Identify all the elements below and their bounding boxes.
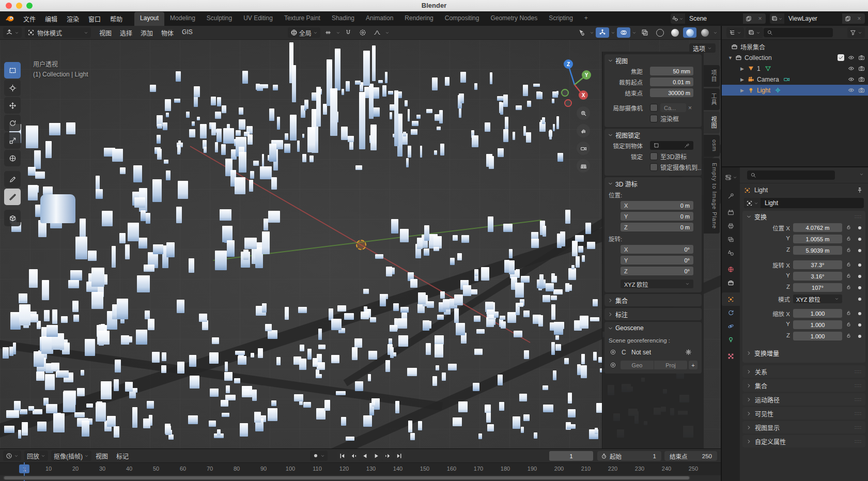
collapsed-panel-header[interactable]: 集合: [605, 295, 702, 305]
scene-name-field[interactable]: Scene: [685, 13, 743, 24]
workspace-tab-compositing[interactable]: Compositing: [439, 12, 485, 26]
cursor-tool-button[interactable]: [4, 80, 21, 96]
collapse-arrow-icon[interactable]: ▶: [740, 77, 748, 82]
transform-value-field[interactable]: 107°: [793, 283, 842, 292]
cursor-panel-header[interactable]: 3D 游标: [605, 178, 702, 189]
transform-value-field[interactable]: 1.000: [793, 320, 842, 329]
gizmo-y-axis[interactable]: Y: [582, 70, 591, 80]
n-panel-tab-项目[interactable]: 项目: [704, 65, 720, 87]
play-button[interactable]: [371, 451, 382, 460]
shading-solid-button[interactable]: [668, 27, 681, 38]
timeline-menu-plain-1[interactable]: 标记: [112, 450, 133, 462]
animate-dot[interactable]: [858, 226, 861, 229]
collapsed-panel-header[interactable]: 标注: [605, 309, 702, 319]
transform-value-field[interactable]: 3.16°: [793, 272, 842, 281]
viewlayer-dropdown[interactable]: [770, 13, 784, 24]
properties-tab-viewlayer[interactable]: [722, 232, 740, 246]
workspace-tab-uv-editing[interactable]: UV Editing: [238, 12, 278, 26]
properties-tab-render[interactable]: [722, 206, 740, 219]
outliner-row-场景集合[interactable]: 场景集合: [722, 41, 868, 52]
scale-tool-button[interactable]: [4, 132, 21, 149]
animate-dot[interactable]: [858, 263, 861, 267]
topbar-menu-3[interactable]: 窗口: [84, 12, 105, 25]
transform-tool-button[interactable]: [4, 150, 21, 166]
add-crs-button[interactable]: +: [689, 361, 698, 369]
outliner-row-1[interactable]: ▶1: [722, 63, 868, 74]
auto-keying-toggle[interactable]: [310, 451, 328, 461]
rotate-tool-button[interactable]: [4, 115, 21, 131]
geoscene-header[interactable]: Geoscene: [605, 323, 702, 333]
render-visibility-camera-icon[interactable]: [858, 54, 865, 61]
lock-icon[interactable]: [846, 224, 851, 230]
n-panel-tab-osm[interactable]: osm: [704, 135, 720, 157]
eye-icon[interactable]: [848, 65, 855, 72]
timeline-menu-0[interactable]: 回放: [24, 451, 48, 461]
workspace-tab-animation[interactable]: Animation: [360, 12, 399, 26]
properties-options-dropdown[interactable]: [859, 172, 864, 177]
np-field-value[interactable]: 30000 m: [650, 88, 693, 97]
cursor-rotation-mode-dropdown[interactable]: XYZ 欧拉: [621, 280, 693, 288]
animate-dot[interactable]: [858, 249, 861, 252]
n-panel-tab-工具[interactable]: 工具: [704, 88, 720, 110]
jump-end-button[interactable]: [394, 451, 405, 460]
navigation-gizmo[interactable]: Z Y X: [557, 58, 593, 107]
cursor-rotation_values-z[interactable]: Z0°: [621, 267, 693, 275]
animate-dot[interactable]: [858, 323, 861, 327]
properties-tab-output[interactable]: [722, 219, 740, 232]
outliner-filter-mode-dropdown[interactable]: [746, 27, 763, 38]
cursor-rotation_values-x[interactable]: X0°: [621, 245, 693, 254]
properties-tab-world[interactable]: [722, 262, 740, 276]
workspace-tab-sculpting[interactable]: Sculpting: [201, 12, 238, 26]
snap-target-button[interactable]: [321, 27, 335, 38]
transform-value-field[interactable]: 4.0762 m: [793, 223, 842, 232]
xray-toggle[interactable]: [638, 27, 652, 38]
transform-value-field[interactable]: XYZ 欧拉: [793, 294, 842, 303]
local-camera-field[interactable]: Ca...: [660, 103, 686, 112]
viewport-menu-2[interactable]: 添加: [136, 27, 157, 39]
lock-icon[interactable]: [846, 247, 851, 253]
show-gizmo-toggle[interactable]: [596, 27, 609, 38]
animate-dot[interactable]: [858, 238, 861, 241]
workspace-tab-modeling[interactable]: Modeling: [164, 12, 201, 26]
camera-view-icon[interactable]: [577, 142, 590, 155]
transform-value-field[interactable]: 37.3°: [793, 260, 842, 269]
np-field-value[interactable]: 0.01 m: [650, 77, 693, 86]
local-camera-checkbox[interactable]: [650, 104, 658, 112]
properties-tab-scene[interactable]: [722, 246, 740, 259]
outliner-row-collection[interactable]: ▼Collection: [722, 52, 868, 63]
timeline-scrollbar[interactable]: [3, 476, 690, 480]
render-visibility-camera-icon[interactable]: [858, 76, 865, 83]
topbar-menu-0[interactable]: 文件: [19, 12, 40, 25]
lock-3d-cursor-checkbox[interactable]: [650, 152, 658, 160]
viewport-options-button[interactable]: 选项: [689, 43, 716, 53]
viewport-3d[interactable]: 物体模式 视图选择添加物体GIS 全局: [0, 26, 721, 448]
add-workspace-button[interactable]: +: [579, 12, 594, 26]
view-lock-header[interactable]: 视图锁定: [605, 130, 702, 140]
animate-dot[interactable]: [858, 335, 861, 338]
outliner-search-input[interactable]: [764, 28, 833, 37]
timeline-editor-dropdown[interactable]: [3, 451, 21, 461]
viewport-menu-4[interactable]: GIS: [178, 27, 197, 39]
animate-dot[interactable]: [858, 275, 861, 278]
properties-search-input[interactable]: [747, 170, 835, 180]
workspace-tab-geometry-nodes[interactable]: Geometry Nodes: [485, 12, 543, 26]
timeline-menu-plain-0[interactable]: 视图: [91, 450, 112, 462]
lock-camera-checkbox[interactable]: [650, 163, 658, 171]
proportional-edit-toggle[interactable]: [356, 27, 369, 38]
n-panel-tab-视图[interactable]: 视图: [704, 112, 720, 133]
gear-icon[interactable]: [685, 349, 692, 355]
pan-hand-icon[interactable]: [577, 124, 590, 137]
gizmo-minus-x-axis[interactable]: [564, 99, 572, 107]
cursor-location_values-x[interactable]: X0 m: [621, 201, 693, 210]
transform-value-field[interactable]: 1.000: [793, 309, 842, 318]
gizmo-x-axis[interactable]: X: [579, 90, 588, 100]
viewport-canvas[interactable]: 用户透视 (1) Collection | Light Z Y X: [0, 39, 721, 448]
render-visibility-camera-icon[interactable]: [858, 87, 865, 94]
new-viewlayer-button[interactable]: [842, 13, 854, 24]
eye-icon[interactable]: [848, 87, 855, 94]
add-cube-tool-button[interactable]: [4, 210, 21, 226]
collapse-arrow-icon[interactable]: ▶: [740, 88, 748, 93]
workspace-tab-shading[interactable]: Shading: [326, 12, 360, 26]
properties-tab-texture[interactable]: [722, 349, 740, 363]
lock-icon[interactable]: [846, 310, 851, 316]
